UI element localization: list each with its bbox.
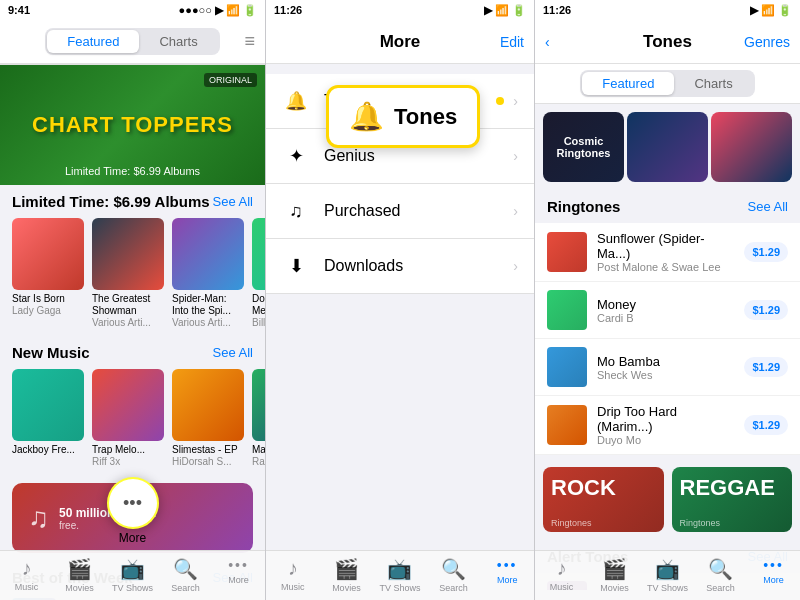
- time-p3: 11:26: [543, 4, 571, 16]
- tones-chevron: ›: [513, 93, 518, 109]
- edit-button-p2[interactable]: Edit: [500, 34, 524, 50]
- tab-movies-p1[interactable]: 🎬 Movies: [53, 557, 106, 593]
- tab-search-p3[interactable]: 🔍 Search: [694, 557, 747, 593]
- music-icon-p3: ♪: [557, 557, 567, 580]
- panel-music-store: 9:41 ●●●○○ ▶ 📶 🔋 Featured Charts ≡ CHART…: [0, 0, 265, 600]
- album-item[interactable]: Spider-Man: Into the Spi... Various Arti…: [172, 218, 244, 328]
- rt-thumb-1: [547, 232, 587, 272]
- rt-title-3: Mo Bamba: [597, 354, 734, 369]
- genres-button-p3[interactable]: Genres: [744, 34, 790, 50]
- new-album-item[interactable]: Slimestas - EP HiDorsah S...: [172, 369, 244, 467]
- more-row-purchased[interactable]: ♫ Purchased ›: [266, 184, 534, 239]
- more-icon-p3: •••: [763, 557, 784, 573]
- banner-item-3[interactable]: [711, 112, 792, 182]
- tab-more-label-p3: More: [763, 575, 784, 585]
- panel-tones: 11:26 ▶ 📶 🔋 ‹ Tones Genres Featured Char…: [535, 0, 800, 600]
- new-album-item[interactable]: Magnolia Randy Houser: [252, 369, 265, 467]
- more-circle-button[interactable]: •••: [107, 477, 159, 529]
- rt-price-btn-4[interactable]: $1.29: [744, 415, 788, 435]
- tab-movies-p3[interactable]: 🎬 Movies: [588, 557, 641, 593]
- genre-rock-sub: Ringtones: [551, 518, 592, 528]
- rt-price-btn-3[interactable]: $1.29: [744, 357, 788, 377]
- tab-music-label-p3: Music: [550, 582, 574, 592]
- tab-search-p1[interactable]: 🔍 Search: [159, 557, 212, 593]
- status-bar-p1: 9:41 ●●●○○ ▶ 📶 🔋: [0, 0, 265, 20]
- rt-row-4[interactable]: Drip Too Hard (Marim...) Duyo Mo $1.29: [535, 396, 800, 455]
- limited-see-all[interactable]: See All: [213, 194, 253, 209]
- rt-artist-1: Post Malone & Swae Lee: [597, 261, 734, 273]
- genre-reggae-card[interactable]: REGGAE Ringtones: [672, 467, 793, 532]
- chevron-left-icon: ‹: [545, 34, 550, 50]
- tab-featured-p1[interactable]: Featured: [47, 30, 139, 53]
- more-row-downloads[interactable]: ⬇ Downloads ›: [266, 239, 534, 294]
- new-title-4: Magnolia: [252, 444, 265, 456]
- tab-bar-p3: ♪ Music 🎬 Movies 📺 TV Shows 🔍 Search •••…: [535, 550, 800, 600]
- tab-tvshows-p1[interactable]: 📺 TV Shows: [106, 557, 159, 593]
- tab-music-p1[interactable]: ♪ Music: [0, 557, 53, 592]
- ringtones-section-header: Ringtones See All: [535, 190, 800, 219]
- tab-music-p3[interactable]: ♪ Music: [535, 557, 588, 592]
- album-item[interactable]: The Greatest Showman Various Arti...: [92, 218, 164, 328]
- banner-item-2[interactable]: [627, 112, 708, 182]
- genre-row: ROCK Ringtones REGGAE Ringtones: [535, 459, 800, 540]
- status-bar-p2: 11:26 ▶ 📶 🔋: [266, 0, 534, 20]
- rt-row-2[interactable]: Money Cardi B $1.29: [535, 282, 800, 339]
- more-circle-label: More: [119, 531, 146, 545]
- tab-featured-p3[interactable]: Featured: [582, 72, 674, 95]
- tab-tvshows-label-p2: TV Shows: [379, 583, 420, 593]
- new-title-1: Jackboy Fre...: [12, 444, 84, 456]
- rt-row-1[interactable]: Sunflower (Spider-Ma...) Post Malone & S…: [535, 223, 800, 282]
- album-artist-3: Various Arti...: [172, 317, 244, 328]
- chart-toppers-banner[interactable]: CHART TOPPERS ORIGINAL Limited Time: $6.…: [0, 65, 265, 185]
- tvshows-icon-p3: 📺: [655, 557, 680, 581]
- tab-movies-p2[interactable]: 🎬 Movies: [320, 557, 374, 593]
- rt-title-2: Money: [597, 297, 734, 312]
- tab-charts-p3[interactable]: Charts: [674, 72, 752, 95]
- tooltip-tones-text: Tones: [394, 104, 457, 130]
- movies-icon-p1: 🎬: [67, 557, 92, 581]
- tab-tvshows-p2[interactable]: 📺 TV Shows: [373, 557, 427, 593]
- tab-more-p3[interactable]: ••• More: [747, 557, 800, 585]
- album-title-1: Star Is Born: [12, 293, 84, 305]
- tab-search-label-p3: Search: [706, 583, 735, 593]
- tab-more-p1[interactable]: ••• More: [212, 557, 265, 585]
- tab-tvshows-p3[interactable]: 📺 TV Shows: [641, 557, 694, 593]
- album-title-4: Dont Smile At Me: [252, 293, 265, 317]
- tab-more-label-p2: More: [497, 575, 518, 585]
- rt-thumb-2: [547, 290, 587, 330]
- more-icon-p1: •••: [228, 557, 249, 573]
- tab-more-p2[interactable]: ••• More: [480, 557, 534, 585]
- tooltip-bell-icon: 🔔: [349, 100, 384, 133]
- new-music-title: New Music: [12, 344, 90, 361]
- tab-search-label-p1: Search: [171, 583, 200, 593]
- tab-search-p2[interactable]: 🔍 Search: [427, 557, 481, 593]
- tab-search-label-p2: Search: [439, 583, 468, 593]
- album-item[interactable]: Dont Smile At Me Billie Eilish: [252, 218, 265, 328]
- tab-charts-p1[interactable]: Charts: [139, 30, 217, 53]
- rt-artist-4: Duyo Mo: [597, 434, 734, 446]
- rt-row-3[interactable]: Mo Bamba Sheck Wes $1.29: [535, 339, 800, 396]
- tab-movies-label-p2: Movies: [332, 583, 361, 593]
- new-cover-1: [12, 369, 84, 441]
- new-album-item[interactable]: Jackboy Fre...: [12, 369, 84, 467]
- back-button-p3[interactable]: ‹: [545, 34, 550, 50]
- new-music-see-all[interactable]: See All: [213, 345, 253, 360]
- tab-bar-p2: ♪ Music 🎬 Movies 📺 TV Shows 🔍 Search •••…: [266, 550, 534, 600]
- chart-banner-sub: Limited Time: $6.99 Albums: [0, 165, 265, 177]
- ringtones-see-all[interactable]: See All: [748, 199, 788, 214]
- menu-icon-p1[interactable]: ≡: [244, 31, 255, 52]
- new-album-item[interactable]: Trap Melo... Riff 3x: [92, 369, 164, 467]
- status-bar-p3: 11:26 ▶ 📶 🔋: [535, 0, 800, 20]
- new-cover-3: [172, 369, 244, 441]
- rt-price-btn-1[interactable]: $1.29: [744, 242, 788, 262]
- banner-item-1[interactable]: CosmicRingtones: [543, 112, 624, 182]
- rt-price-btn-2[interactable]: $1.29: [744, 300, 788, 320]
- genre-rock-card[interactable]: ROCK Ringtones: [543, 467, 664, 532]
- tab-music-p2[interactable]: ♪ Music: [266, 557, 320, 592]
- nav-bar-p2: More Edit: [266, 20, 534, 64]
- rt-info-2: Money Cardi B: [597, 297, 734, 324]
- tvshows-icon-p1: 📺: [120, 557, 145, 581]
- rt-title-4: Drip Too Hard (Marim...): [597, 404, 734, 434]
- album-item[interactable]: Star Is Born Lady Gaga: [12, 218, 84, 328]
- purchased-icon: ♫: [282, 197, 310, 225]
